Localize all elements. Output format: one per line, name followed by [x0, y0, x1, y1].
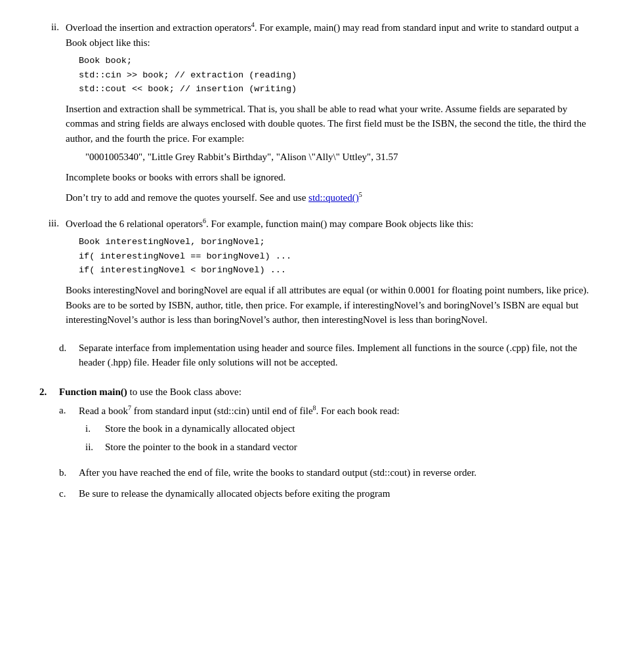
code-line-2: std::cin >> book; // extraction (reading… — [79, 70, 297, 80]
roman-numeral-iii: iii. — [39, 216, 66, 331]
code-line-1: Book book; — [79, 56, 132, 66]
example-isbn: "0001005340", "Little Grey Rabbit’s Birt… — [85, 150, 593, 165]
item-b: b. After you have reached the end of fil… — [59, 465, 593, 480]
document-content: ii. Overload the insertion and extractio… — [39, 20, 593, 508]
alpha-content-a: Read a book7 from standard input (std::c… — [79, 403, 593, 459]
alpha-content-b: After you have reached the end of file, … — [79, 465, 593, 480]
code-line-iii-3: if( interestingNovel < boringNovel) ... — [79, 265, 286, 275]
roman-content-iii: Overload the 6 relational operators6. Fo… — [66, 216, 593, 331]
top-level-content-2: Function main() to use the Book class ab… — [59, 385, 593, 508]
section-iii: iii. Overload the 6 relational operators… — [39, 216, 593, 331]
function-main-list: a. Read a book7 from standard input (std… — [59, 403, 593, 501]
alpha-content-d: Separate interface from implementation u… — [79, 341, 593, 370]
code-line-iii-2: if( interestingNovel == boringNovel) ... — [79, 251, 291, 261]
top-level-number-2: 2. — [39, 385, 59, 508]
sub-item-i: i. Store the book in a dynamically alloc… — [85, 421, 593, 436]
std-quoted-link[interactable]: std::quoted() — [308, 192, 359, 203]
function-main-heading: Function main() to use the Book class ab… — [59, 385, 593, 400]
section-ii-heading: Overload the insertion and extraction op… — [66, 20, 593, 50]
code-line-3: std::cout << book; // insertion (writing… — [79, 84, 297, 94]
incomplete-books-paragraph: Incomplete books or books with errors sh… — [66, 170, 593, 185]
roman-numeral-ii: ii. — [39, 20, 66, 209]
section-iii-heading: Overload the 6 relational operators6. Fo… — [66, 216, 593, 232]
item-a-text: Read a book7 from standard input (std::c… — [79, 403, 593, 419]
sub-items-a: i. Store the book in a dynamically alloc… — [85, 421, 593, 455]
item-d: d. Separate interface from implementatio… — [59, 341, 593, 370]
sub-item-ii: ii. Store the pointer to the book in a s… — [85, 440, 593, 455]
sub-roman-numeral-ii-sub: ii. — [85, 440, 105, 455]
item-c: c. Be sure to release the dynamically al… — [59, 486, 593, 501]
quoted-paragraph: Don’t try to add and remove the quotes y… — [66, 190, 593, 205]
alpha-letter-b: b. — [59, 465, 79, 480]
alpha-letter-c: c. — [59, 486, 79, 501]
top-level-item-2: 2. Function main() to use the Book class… — [39, 385, 593, 508]
sub-roman-content-ii: Store the pointer to the book in a stand… — [105, 440, 593, 455]
sub-roman-numeral-i: i. — [85, 421, 105, 436]
code-line-iii-1: Book interestingNovel, boringNovel; — [79, 237, 265, 247]
alpha-content-c: Be sure to release the dynamically alloc… — [79, 486, 593, 501]
section-ii: ii. Overload the insertion and extractio… — [39, 20, 593, 209]
item-a: a. Read a book7 from standard input (std… — [59, 403, 593, 459]
sub-roman-content-i: Store the book in a dynamically allocate… — [105, 421, 593, 436]
books-comparison-paragraph: Books interestingNovel and boringNovel a… — [66, 283, 593, 327]
alpha-letter-a: a. — [59, 403, 79, 459]
code-block-ii: Book book; std::cin >> book; // extracti… — [79, 54, 593, 96]
symmetrical-paragraph: Insertion and extraction shall be symmet… — [66, 102, 593, 146]
roman-content-ii: Overload the insertion and extraction op… — [66, 20, 593, 209]
code-block-iii: Book interestingNovel, boringNovel; if( … — [79, 235, 593, 278]
alpha-letter-d: d. — [59, 341, 79, 370]
